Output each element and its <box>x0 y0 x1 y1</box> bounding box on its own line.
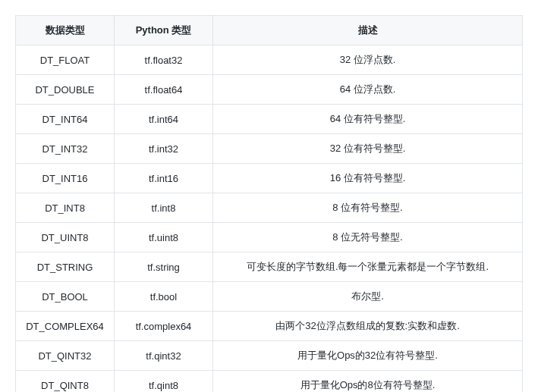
cell-description: 8 位有符号整型. <box>213 193 523 223</box>
cell-python: tf.int32 <box>115 134 213 164</box>
table-body: DT_FLOATtf.float3232 位浮点数.DT_DOUBLEtf.fl… <box>16 45 523 393</box>
cell-python: tf.int16 <box>115 164 213 193</box>
header-python: Python 类型 <box>115 16 213 45</box>
cell-description: 32 位有符号整型. <box>213 134 523 164</box>
cell-python: tf.bool <box>115 282 213 312</box>
cell-python: tf.int64 <box>115 105 213 134</box>
cell-description: 32 位浮点数. <box>213 45 523 75</box>
table-row: DT_QINT32tf.qint32用于量化Ops的32位有符号整型. <box>16 341 523 371</box>
table-row: DT_INT64tf.int6464 位有符号整型. <box>16 105 523 134</box>
cell-description: 16 位有符号整型. <box>213 164 523 193</box>
table-row: DT_INT16tf.int1616 位有符号整型. <box>16 164 523 193</box>
table-row: DT_QINT8tf.qint8用于量化Ops的8位有符号整型. <box>16 371 523 393</box>
table-row: DT_BOOLtf.bool布尔型. <box>16 282 523 312</box>
cell-datatype: DT_UINT8 <box>16 223 115 252</box>
cell-datatype: DT_DOUBLE <box>16 75 115 105</box>
table-row: DT_INT32tf.int3232 位有符号整型. <box>16 134 523 164</box>
table-row: DT_FLOATtf.float3232 位浮点数. <box>16 45 523 75</box>
cell-datatype: DT_QINT32 <box>16 341 115 371</box>
datatype-table: 数据类型 Python 类型 描述 DT_FLOATtf.float3232 位… <box>15 15 523 392</box>
table-row: DT_INT8tf.int88 位有符号整型. <box>16 193 523 223</box>
cell-datatype: DT_STRING <box>16 252 115 282</box>
cell-description: 64 位浮点数. <box>213 75 523 105</box>
cell-datatype: DT_FLOAT <box>16 45 115 75</box>
cell-datatype: DT_COMPLEX64 <box>16 312 115 341</box>
table-header-row: 数据类型 Python 类型 描述 <box>16 16 523 45</box>
cell-description: 布尔型. <box>213 282 523 312</box>
cell-python: tf.uint8 <box>115 223 213 252</box>
cell-datatype: DT_BOOL <box>16 282 115 312</box>
cell-description: 可变长度的字节数组.每一个张量元素都是一个字节数组. <box>213 252 523 282</box>
table-row: DT_COMPLEX64tf.complex64由两个32位浮点数组成的复数:实… <box>16 312 523 341</box>
cell-datatype: DT_INT16 <box>16 164 115 193</box>
cell-description: 由两个32位浮点数组成的复数:实数和虚数. <box>213 312 523 341</box>
cell-python: tf.float32 <box>115 45 213 75</box>
header-description: 描述 <box>213 16 523 45</box>
cell-python: tf.float64 <box>115 75 213 105</box>
cell-description: 8 位无符号整型. <box>213 223 523 252</box>
table-row: DT_UINT8tf.uint88 位无符号整型. <box>16 223 523 252</box>
table-row: DT_STRINGtf.string可变长度的字节数组.每一个张量元素都是一个字… <box>16 252 523 282</box>
cell-datatype: DT_INT64 <box>16 105 115 134</box>
cell-python: tf.complex64 <box>115 312 213 341</box>
cell-python: tf.qint8 <box>115 371 213 393</box>
cell-description: 64 位有符号整型. <box>213 105 523 134</box>
cell-python: tf.qint32 <box>115 341 213 371</box>
cell-datatype: DT_INT8 <box>16 193 115 223</box>
cell-python: tf.int8 <box>115 193 213 223</box>
cell-python: tf.string <box>115 252 213 282</box>
cell-description: 用于量化Ops的32位有符号整型. <box>213 341 523 371</box>
table-row: DT_DOUBLEtf.float6464 位浮点数. <box>16 75 523 105</box>
cell-datatype: DT_QINT8 <box>16 371 115 393</box>
header-datatype: 数据类型 <box>16 16 115 45</box>
cell-datatype: DT_INT32 <box>16 134 115 164</box>
cell-description: 用于量化Ops的8位有符号整型. <box>213 371 523 393</box>
